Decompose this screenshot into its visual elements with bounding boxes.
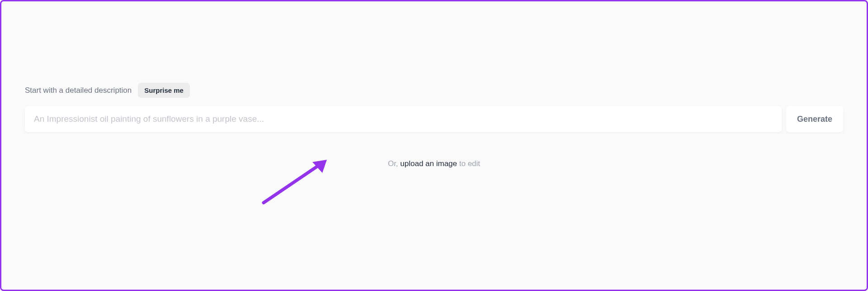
generate-button[interactable]: Generate	[786, 106, 843, 132]
main-container: Start with a detailed description Surpri…	[1, 1, 867, 168]
upload-prefix: Or,	[388, 159, 400, 168]
prompt-input[interactable]	[25, 106, 782, 132]
input-row: Generate	[25, 106, 843, 132]
upload-image-link[interactable]: upload an image	[400, 159, 457, 168]
svg-line-0	[264, 163, 322, 203]
upload-row: Or, upload an image to edit	[25, 159, 843, 168]
description-label: Start with a detailed description	[25, 86, 132, 95]
upload-suffix: to edit	[457, 159, 480, 168]
header-row: Start with a detailed description Surpri…	[25, 83, 843, 98]
surprise-me-button[interactable]: Surprise me	[138, 83, 190, 98]
